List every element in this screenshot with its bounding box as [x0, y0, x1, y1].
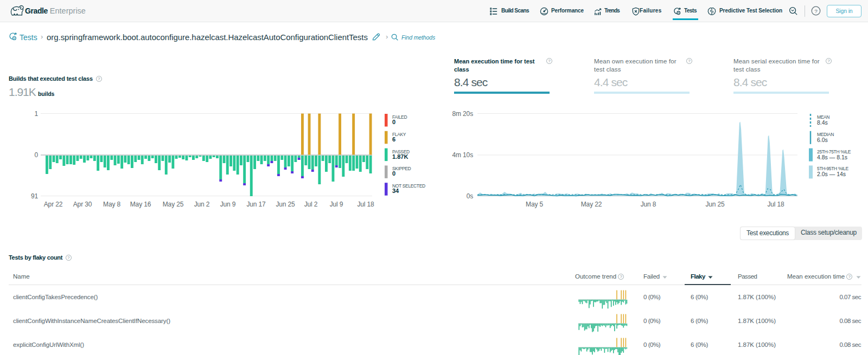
- svg-text:May 22: May 22: [581, 201, 602, 208]
- svg-text:?: ?: [814, 8, 818, 14]
- svg-text:1: 1: [34, 110, 38, 118]
- svg-text:Apr 22: Apr 22: [44, 201, 63, 208]
- svg-text:8.4s: 8.4s: [817, 119, 828, 126]
- svg-text:Jun 25: Jun 25: [705, 201, 725, 208]
- svg-text:8m 20s: 8m 20s: [452, 110, 474, 118]
- svg-text:Jun 17: Jun 17: [246, 201, 266, 208]
- svg-text:Jun 8: Jun 8: [641, 201, 656, 208]
- svg-text:6.0s: 6.0s: [817, 137, 828, 143]
- svg-text:1.87K: 1.87K: [392, 153, 408, 160]
- svg-text:May 16: May 16: [130, 201, 151, 208]
- svg-text:4m 10s: 4m 10s: [452, 151, 474, 159]
- svg-text:Apr 30: Apr 30: [73, 201, 92, 208]
- svg-text:May 5: May 5: [526, 201, 543, 208]
- svg-text:6: 6: [392, 136, 395, 143]
- svg-text:34: 34: [392, 188, 399, 194]
- svg-text:Jul 18: Jul 18: [357, 201, 374, 208]
- svg-text:May 25: May 25: [163, 201, 184, 208]
- svg-text:2.0s — 14s: 2.0s — 14s: [817, 171, 846, 177]
- svg-text:Jun 2: Jun 2: [194, 201, 210, 208]
- svg-text:May 8: May 8: [103, 201, 120, 208]
- svg-text:4.8s — 8.1s: 4.8s — 8.1s: [817, 154, 847, 160]
- svg-text:0s: 0s: [467, 192, 474, 200]
- svg-text:Jun 25: Jun 25: [276, 201, 295, 208]
- svg-text:0: 0: [392, 119, 395, 125]
- svg-text:Jul 2: Jul 2: [304, 201, 318, 208]
- svg-text:Jul 9: Jul 9: [330, 201, 343, 208]
- svg-text:Jul 18: Jul 18: [767, 201, 784, 208]
- svg-text:91: 91: [31, 192, 39, 200]
- svg-text:Jun 9: Jun 9: [220, 201, 236, 208]
- svg-text:0: 0: [34, 151, 38, 159]
- svg-text:0: 0: [392, 170, 395, 177]
